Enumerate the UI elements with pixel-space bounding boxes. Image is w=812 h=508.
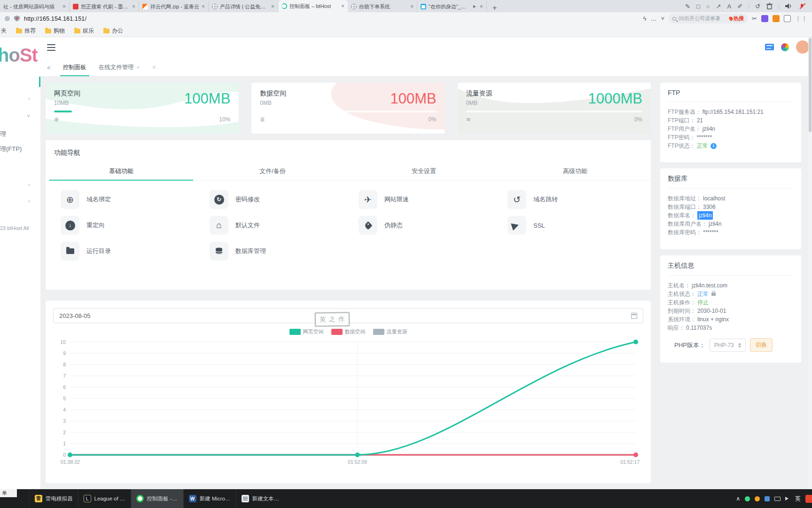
search-box[interactable]: 00后开公司设寒暑 热搜 bbox=[669, 14, 748, 24]
tab-file-manager[interactable]: 在线文件管理× bbox=[99, 58, 140, 76]
taskbar-item-ldplayer[interactable]: 雷雷电模拟器 bbox=[29, 489, 78, 508]
db-password-value[interactable]: ******* bbox=[703, 228, 718, 237]
db-port-value[interactable]: 3306 bbox=[703, 203, 716, 211]
page-scrollbar[interactable] bbox=[808, 37, 812, 489]
feature-domain-bind[interactable]: ⊕ 域名绑定 bbox=[50, 190, 199, 209]
browser-tab-active[interactable]: 控制面板 – btHost × bbox=[278, 0, 348, 12]
microphone-muted-icon[interactable] bbox=[798, 3, 805, 10]
php-switch-button[interactable]: 切换 bbox=[750, 338, 773, 352]
tray-display-icon[interactable] bbox=[774, 497, 781, 501]
scissors-icon[interactable]: ✂ bbox=[752, 15, 757, 22]
tray-green-icon[interactable] bbox=[745, 496, 750, 501]
tab-security[interactable]: 安全设置 bbox=[348, 163, 500, 180]
tab-close-icon[interactable]: × bbox=[62, 3, 66, 10]
extension-frame-icon[interactable] bbox=[784, 15, 791, 22]
browser-tab[interactable]: 自助下单系统 × bbox=[348, 1, 417, 12]
theme-palette-icon[interactable] bbox=[781, 43, 789, 51]
security-shield-icon[interactable] bbox=[14, 16, 20, 22]
bookmark-folder[interactable]: 购物 bbox=[45, 27, 65, 35]
tab-close-icon[interactable]: × bbox=[271, 3, 274, 10]
pencil-icon[interactable]: ✎ bbox=[685, 3, 690, 10]
flash-icon[interactable]: ϟ bbox=[643, 15, 647, 22]
legend-item[interactable]: 流量资源 bbox=[373, 328, 407, 335]
legend-item[interactable]: 数据空间 bbox=[331, 328, 366, 335]
apps-grid-icon[interactable]: ⋮⋮ bbox=[795, 15, 807, 22]
sidebar-item-file-manage[interactable]: 理 bbox=[0, 127, 40, 141]
db-user-value[interactable]: jzli4n bbox=[709, 220, 721, 228]
feature-site-speed-limit[interactable]: ✈ 网站限速 bbox=[348, 190, 497, 209]
close-icon[interactable]: ✕ bbox=[152, 64, 156, 71]
php-version-select[interactable]: PHP-73 bbox=[710, 339, 746, 352]
calendar-icon[interactable] bbox=[631, 313, 637, 319]
tray-blue-icon[interactable] bbox=[765, 496, 770, 501]
tab-audio-icon[interactable] bbox=[473, 5, 477, 8]
arrow-tool-icon[interactable]: ↗ bbox=[716, 3, 721, 10]
sidebar-item[interactable]: ˅ bbox=[0, 109, 40, 123]
info-icon[interactable]: i bbox=[710, 143, 717, 149]
feature-password-change[interactable]: ↻ 密码修改 bbox=[199, 190, 348, 209]
window-fragment[interactable]: 单 bbox=[0, 489, 17, 497]
feature-ssl[interactable]: SSL bbox=[497, 216, 646, 235]
tab-file-backup[interactable]: 文件/备份 bbox=[197, 163, 348, 180]
translate-badge-icon[interactable] bbox=[765, 44, 774, 50]
bookmark-folder[interactable]: 办公 bbox=[103, 27, 123, 35]
tab-close-icon[interactable]: × bbox=[410, 3, 414, 10]
db-name-value-selected[interactable]: jzli4n bbox=[697, 211, 713, 220]
browser-tab[interactable]: 产品详情 | 公益免费主机互联 × bbox=[209, 1, 278, 12]
site-button[interactable] bbox=[5, 16, 10, 21]
sidebar-item[interactable]: › bbox=[0, 91, 40, 105]
menu-toggle-icon[interactable] bbox=[47, 44, 55, 51]
sidebar-item[interactable]: › bbox=[0, 194, 40, 208]
collapse-tabs-icon[interactable]: « bbox=[47, 64, 51, 71]
taskbar-item-lol[interactable]: LLeague of Legends bbox=[78, 489, 131, 508]
tab-close-icon[interactable]: × bbox=[480, 3, 483, 10]
taskbar-item-word[interactable]: W新建 Microsoft W... bbox=[183, 489, 236, 508]
host-stop-link[interactable]: 停止 bbox=[697, 298, 709, 307]
tray-volume-icon[interactable] bbox=[785, 497, 790, 500]
feature-url-rewrite[interactable]: 伪静态 bbox=[348, 216, 497, 235]
bookmark-item[interactable]: 夹 bbox=[1, 27, 7, 35]
tray-expand-icon[interactable]: ∧ bbox=[736, 495, 740, 502]
feature-database-manage[interactable]: 数据库管理 bbox=[199, 242, 348, 261]
rectangle-tool-icon[interactable]: □ bbox=[696, 3, 700, 10]
sidebar-item-ftp-manage[interactable]: 理(FTP) bbox=[0, 142, 40, 156]
taskbar-item-bthost[interactable]: 控制面板 - btHost... bbox=[131, 489, 183, 508]
trash-icon[interactable] bbox=[766, 3, 773, 9]
chevron-down-icon[interactable]: ˅ bbox=[661, 15, 665, 22]
bookmark-folder[interactable]: 娱乐 bbox=[74, 27, 94, 35]
feature-domain-jump[interactable]: ↺ 域名跳转 bbox=[497, 190, 646, 209]
text-tool-icon[interactable]: A bbox=[727, 3, 732, 10]
tab-dashboard[interactable]: 控制面板 bbox=[63, 58, 86, 76]
new-tab-button[interactable]: + bbox=[487, 4, 502, 12]
ftp-port-value[interactable]: 21 bbox=[697, 116, 703, 125]
more-menu-icon[interactable]: … bbox=[651, 15, 657, 22]
search-query[interactable]: 00后开公司设寒暑 bbox=[679, 15, 727, 22]
sidebar-item[interactable]: › bbox=[0, 177, 40, 191]
host-name-value[interactable]: jzli4n.test.com bbox=[692, 281, 727, 290]
tab-advanced[interactable]: 高级功能 bbox=[500, 163, 651, 180]
speaker-icon[interactable] bbox=[785, 3, 792, 9]
browser-tab[interactable]: “在你的身边”_哔哩哔哩_bi × bbox=[417, 1, 487, 12]
close-icon[interactable]: × bbox=[137, 64, 140, 70]
ftp-password-value[interactable]: ******* bbox=[697, 133, 712, 142]
bookmark-folder[interactable]: 推荐 bbox=[16, 27, 36, 35]
tab-close-icon[interactable]: × bbox=[132, 3, 135, 10]
taskbar-item-notepad[interactable]: 新建文本文档.txt -... bbox=[236, 489, 289, 508]
browser-tab[interactable]: 祥云代网.zip - 蓝奏云 × bbox=[139, 1, 209, 12]
circle-tool-icon[interactable]: ○ bbox=[706, 3, 710, 10]
db-host-value[interactable]: localhost bbox=[703, 194, 725, 203]
browser-tab[interactable]: 您正搜索 代刷 - 墨枝社 × bbox=[70, 1, 139, 12]
avatar[interactable] bbox=[796, 40, 809, 54]
browser-tab[interactable]: 社 - 优质网站源码与插 × bbox=[0, 1, 70, 12]
legend-item[interactable]: 网页空间 bbox=[289, 328, 324, 335]
tab-close-icon[interactable]: × bbox=[341, 3, 344, 9]
extension-orange-icon[interactable] bbox=[773, 15, 780, 22]
feature-default-file[interactable]: ⌂ 默认文件 bbox=[199, 216, 348, 235]
ftp-server-value[interactable]: ftp://165.154.161.151:21 bbox=[703, 108, 764, 116]
tab-close-icon[interactable]: × bbox=[202, 3, 205, 10]
address-bar[interactable]: http://165.154.161.151/ bbox=[24, 16, 639, 22]
tab-basic-functions[interactable]: 基础功能 bbox=[46, 163, 197, 180]
scrollbar-thumb[interactable] bbox=[809, 38, 812, 132]
tray-orange-icon[interactable] bbox=[755, 496, 760, 501]
hot-search-badge[interactable]: 热搜 bbox=[729, 15, 744, 22]
